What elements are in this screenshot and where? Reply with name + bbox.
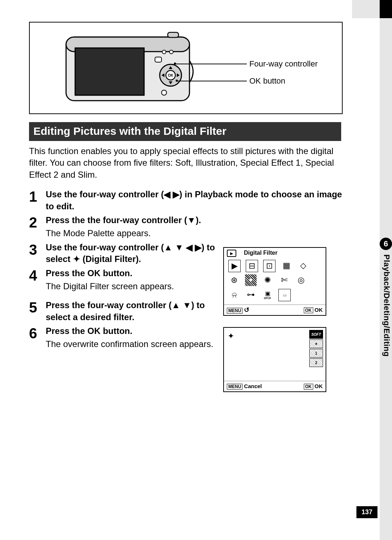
screenshot2-footer: MENUCancel OKOK [224,381,326,391]
ok-key-icon: OK [304,384,313,390]
screenshot1-title: Digital Filter [244,250,277,256]
step-5-text: Press the four-way controller (▲ ▼) to s… [46,300,205,322]
dpof-label: DPOF [264,297,271,299]
palette-icon: ▦ [281,260,292,271]
step-number: 6 [29,325,46,350]
camera-illustration: OK [55,28,200,108]
step-2-sub: The Mode Palette appears. [46,227,343,239]
palette-icon: ✄ [278,274,290,286]
menu-key-icon: MENU [227,308,242,314]
palette-icon: ✺ [262,274,273,286]
step-2-text: Press the the four-way controller (▼). [46,214,343,226]
ok-label: OK [315,307,323,313]
dpof-glyph: ▣ [265,290,270,297]
chapter-tab: 6 Playback/Deleting/Editing [380,238,392,356]
menu-key-icon: MENU [227,384,242,390]
palette-icon-dpof: ▣ DPOF [262,289,273,301]
effect-option: ✦ [309,339,323,348]
callout-four-way-label: Four-way controller [249,59,318,69]
effect-option: 1 [309,349,323,358]
step-3-text-b: (Digital Filter). [80,254,141,264]
screenshot1-footer: MENU↺ OKOK [224,305,326,315]
callout-line [175,64,247,64]
svg-rect-2 [75,48,144,95]
ok-key-icon: OK [304,307,313,313]
effects-column: SOFT ✦ 1 2 [309,330,323,367]
step-4-text: Press the OK button. [46,267,216,279]
filter-mode-icon: ✦ [228,331,234,341]
svg-point-3 [162,50,166,54]
svg-text:OK: OK [168,73,174,77]
palette-icon: ⊛ [228,274,240,286]
playback-icon: ▶ [227,250,236,257]
step-1: 1 Use the four-way controller (◀ ▶) in P… [29,189,356,212]
intro-paragraph: This function enables you to apply speci… [29,145,345,181]
back-icon: ↺ [244,306,249,314]
callout-ok-label: OK button [249,76,285,86]
digital-filter-screenshot: ✦ SOFT ✦ 1 2 MENUCancel OKOK [223,327,326,392]
effect-soft: SOFT [309,330,323,339]
step-number: 5 [29,299,46,323]
palette-icon: ◇ [297,260,309,271]
palette-icon: ⊟ [246,260,258,272]
palette-icon: ▭ [278,289,291,301]
step-4-sub: The Digital Filter screen appears. [46,281,216,292]
callout-line [177,81,247,81]
step-number: 2 [29,214,46,239]
palette-icon: ⊡ [263,260,275,272]
step-number: 1 [29,189,46,212]
section-heading: Editing Pictures with the Digital Filter [29,122,341,141]
palette-icon-selected: ✦ [245,274,257,286]
svg-rect-14 [168,32,179,37]
palette-icon: ⍾ [228,289,240,301]
svg-point-13 [162,90,167,95]
star-icon: ✦ [73,254,80,264]
palette-icon: ▶ [228,260,241,272]
camera-diagram-box: OK Four-way controller OK button [29,22,343,114]
page-number: 137 [356,506,377,518]
palette-icon: ⊶ [245,289,257,301]
header-black-tab [380,0,392,18]
palette-icon: ◎ [295,274,307,286]
cancel-label: Cancel [244,383,262,389]
chapter-title: Playback/Deleting/Editing [382,254,391,356]
chapter-number-badge: 6 [380,238,392,250]
svg-point-4 [170,50,173,54]
step-1-text: Use the four-way controller (◀ ▶) in Pla… [46,189,342,211]
step-number: 4 [29,267,46,293]
effect-option: 2 [309,358,323,367]
step-number: 3 [29,242,46,265]
step-2: 2 Press the the four-way controller (▼).… [29,214,356,239]
mode-palette-screenshot: ▶ Digital Filter ▶ ⊟ ⊡ ▦ ◇ ⊛ ✦ ✺ ✄ ◎ ⍾ ⊶… [223,247,326,316]
svg-rect-5 [155,57,162,62]
ok-label: OK [315,383,323,389]
